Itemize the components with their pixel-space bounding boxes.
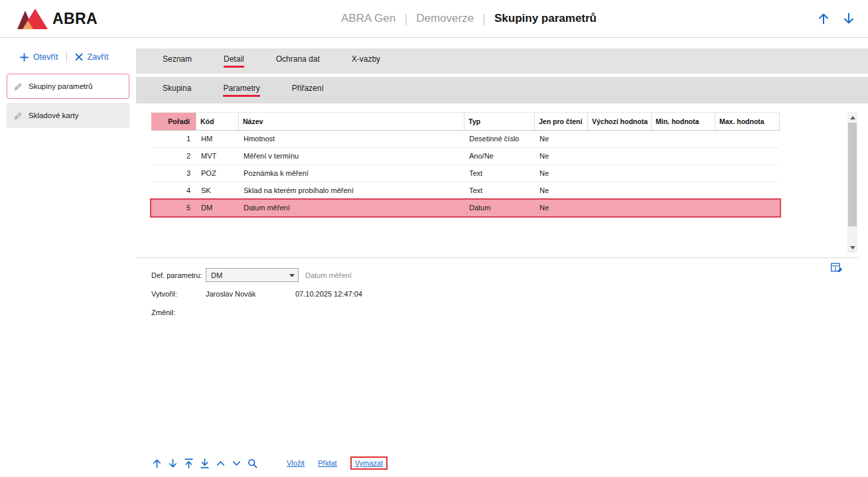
cell-typ: Text bbox=[465, 182, 535, 199]
table-row[interactable]: 1 HM Hmotnost Desetinné číslo Ne bbox=[151, 131, 780, 148]
tab-parametry[interactable]: Parametry bbox=[207, 84, 275, 97]
cell-min-hodnota bbox=[652, 131, 715, 147]
pridat-link[interactable]: Přidat bbox=[318, 459, 337, 467]
scrollbar-up-icon[interactable] bbox=[847, 112, 857, 123]
cell-typ: Ano/Ne bbox=[465, 148, 535, 165]
cell-max-hodnota bbox=[715, 148, 780, 165]
close-button-label: Zavřít bbox=[88, 52, 109, 62]
abra-logo-text: ABRA bbox=[52, 10, 98, 28]
column-header-vychozi-hodnota[interactable]: Výchozí hodnota bbox=[588, 113, 652, 130]
search-icon[interactable] bbox=[247, 458, 258, 469]
vytvoril-row: Vytvořil: Jaroslav Novák 07.10.2025 12:4… bbox=[151, 287, 362, 301]
cell-vychozi-hodnota bbox=[588, 131, 652, 147]
column-header-max-hodnota[interactable]: Max. hodnota bbox=[715, 113, 780, 130]
table-row[interactable]: 2 MVT Měření v termínu Ano/Ne Ne bbox=[151, 148, 780, 165]
page-title: Skupiny parametrů bbox=[494, 12, 597, 25]
table-edit-icon[interactable] bbox=[831, 263, 843, 275]
cell-kod: SK bbox=[196, 182, 239, 199]
open-button-label: Otevřít bbox=[33, 52, 58, 62]
cell-poradi: 5 bbox=[151, 200, 196, 217]
zmenil-label: Změnil: bbox=[151, 308, 206, 316]
move-to-bottom-icon[interactable] bbox=[199, 458, 210, 469]
vytvoril-value: Jaroslav Novák bbox=[206, 290, 295, 298]
cell-vychozi-hodnota bbox=[588, 165, 652, 182]
column-header-kod[interactable]: Kód bbox=[196, 113, 239, 130]
cell-min-hodnota bbox=[652, 148, 715, 165]
table-row-selected[interactable]: 5 DM Datum měření Datum Ne bbox=[151, 200, 780, 217]
sidebar-item-skupiny-parametru[interactable]: Skupiny parametrů bbox=[7, 74, 129, 99]
table-row[interactable]: 4 SK Sklad na kterém probíhalo měření Te… bbox=[151, 182, 780, 200]
open-button[interactable]: Otevřít bbox=[20, 52, 58, 62]
sidebar-item-label: Skladové karty bbox=[29, 111, 78, 119]
tab-seznam[interactable]: Seznam bbox=[147, 54, 208, 68]
close-button[interactable]: Zavřít bbox=[75, 52, 109, 62]
move-down-icon[interactable] bbox=[167, 458, 179, 469]
cell-max-hodnota bbox=[715, 200, 780, 217]
def-parametru-value: DM bbox=[211, 271, 222, 279]
cell-jen-pro-cteni: Ne bbox=[535, 148, 588, 165]
title-separator: | bbox=[404, 11, 407, 26]
scrollbar-down-icon[interactable] bbox=[847, 242, 857, 253]
vymazat-link-highlight: Vymazat bbox=[350, 456, 388, 470]
cell-nazev: Datum měření bbox=[239, 200, 465, 217]
record-up-icon[interactable] bbox=[816, 11, 831, 26]
cell-nazev: Poznámka k měření bbox=[239, 165, 465, 182]
chevron-up-icon[interactable] bbox=[215, 458, 226, 469]
tab-skupina[interactable]: Skupina bbox=[147, 84, 207, 97]
move-to-top-icon[interactable] bbox=[183, 458, 194, 469]
cell-vychozi-hodnota bbox=[588, 148, 652, 165]
def-parametru-row: Def. parametru: DM Datum měření bbox=[151, 268, 362, 282]
table-row[interactable]: 3 POZ Poznámka k měření Text Ne bbox=[151, 165, 780, 182]
cell-typ: Datum bbox=[465, 200, 535, 217]
column-header-jen-pro-cteni[interactable]: Jen pro čtení bbox=[535, 113, 588, 130]
def-parametru-hint: Datum měření bbox=[305, 271, 352, 279]
move-up-icon[interactable] bbox=[151, 458, 163, 469]
cell-jen-pro-cteni: Ne bbox=[535, 200, 588, 217]
tab-x-vazby[interactable]: X-vazby bbox=[336, 54, 396, 68]
window-title: ABRA Gen | Demoverze | Skupiny parametrů bbox=[341, 0, 597, 37]
cell-jen-pro-cteni: Ne bbox=[535, 131, 588, 147]
zmenil-row: Změnil: bbox=[151, 305, 362, 319]
column-header-min-hodnota[interactable]: Min. hodnota bbox=[652, 113, 715, 130]
primary-tabstrip: Seznam Detail Ochrana dat X-vazby bbox=[136, 48, 868, 74]
sidebar: Otevřít Zavřít Skupiny parametrů Skladov… bbox=[0, 38, 136, 477]
app-header: ABRA ABRA Gen | Demoverze | Skupiny para… bbox=[0, 0, 868, 38]
cell-min-hodnota bbox=[652, 200, 715, 217]
cell-kod: DM bbox=[196, 200, 239, 217]
tab-prirazeni[interactable]: Přiřazení bbox=[276, 84, 340, 97]
cell-nazev: Sklad na kterém probíhalo měření bbox=[239, 182, 465, 199]
column-header-nazev[interactable]: Název bbox=[239, 113, 465, 130]
cell-kod: HM bbox=[196, 131, 239, 147]
cell-max-hodnota bbox=[715, 182, 780, 199]
plus-icon bbox=[20, 53, 29, 62]
cell-max-hodnota bbox=[715, 131, 780, 147]
abra-logo: ABRA bbox=[17, 8, 98, 29]
parameter-detail-form: Def. parametru: DM Datum měření Vytvořil… bbox=[151, 268, 362, 324]
abra-logo-icon bbox=[17, 8, 48, 29]
vymazat-link[interactable]: Vymazat bbox=[355, 459, 383, 467]
chevron-down-icon bbox=[289, 274, 295, 277]
sidebar-item-label: Skupiny parametrů bbox=[29, 82, 93, 90]
chevron-down-icon[interactable] bbox=[231, 458, 242, 469]
tab-ochrana-dat[interactable]: Ochrana dat bbox=[260, 54, 336, 68]
tab-detail[interactable]: Detail bbox=[208, 54, 260, 68]
vlozit-link[interactable]: Vložit bbox=[287, 459, 305, 467]
record-down-icon[interactable] bbox=[841, 11, 856, 26]
title-separator: | bbox=[482, 11, 486, 26]
cell-vychozi-hodnota bbox=[588, 200, 652, 217]
app-name: ABRA Gen bbox=[341, 12, 396, 25]
def-parametru-select[interactable]: DM bbox=[206, 268, 299, 282]
column-header-poradi[interactable]: Pořadí bbox=[151, 113, 196, 130]
pencil-icon bbox=[14, 111, 23, 120]
sidebar-item-skladove-karty[interactable]: Skladové karty bbox=[7, 103, 129, 128]
toolbar-divider bbox=[66, 52, 67, 62]
cell-poradi: 2 bbox=[151, 148, 196, 165]
close-icon bbox=[75, 53, 83, 61]
row-action-links: Vložit Přidat Vymazat bbox=[287, 456, 388, 470]
cell-poradi: 4 bbox=[151, 182, 196, 199]
def-parametru-label: Def. parametru: bbox=[151, 271, 206, 279]
cell-vychozi-hodnota bbox=[588, 182, 652, 199]
scrollbar-thumb[interactable] bbox=[848, 123, 857, 226]
cell-jen-pro-cteni: Ne bbox=[535, 182, 588, 199]
column-header-typ[interactable]: Typ bbox=[465, 113, 535, 130]
